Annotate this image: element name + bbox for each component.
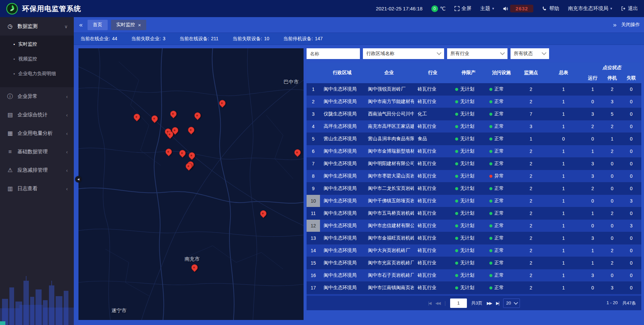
- table-row[interactable]: 13阆中生态环境局阆中市金福旺页岩机砖砖瓦行业无计划正常21300: [307, 232, 641, 245]
- cell-lost: 0: [621, 120, 641, 133]
- table-row[interactable]: 14阆中生态环境局阆中大兴页岩机砖厂砖瓦行业无计划正常21120: [307, 245, 641, 257]
- sidebar-item-log-view[interactable]: ▥日志查看‹: [0, 179, 74, 198]
- cell-stopped: 2: [603, 120, 621, 133]
- status-select[interactable]: 所有状态: [511, 48, 549, 59]
- sidebar-item-enterprise-statistics[interactable]: ▤企业综合统计‹: [0, 106, 74, 124]
- table-row[interactable]: 11阆中生态环境局阆中市五马桥页岩机砖砖瓦行业无计划正常21120: [307, 207, 641, 220]
- cell-lost: 3: [621, 195, 641, 207]
- table-row[interactable]: 17阆中生态环境局阆中市江南镇阆南页岩砖瓦行业无计划正常21030: [307, 282, 641, 294]
- cell-industry: 砖瓦行业: [414, 158, 451, 170]
- row-index: 8: [307, 170, 320, 182]
- organization-dropdown[interactable]: 南充市生态环境局 ▾: [568, 5, 612, 12]
- cell-production-limit: 无计划: [451, 170, 486, 182]
- chevron-left-icon: ‹: [66, 94, 68, 99]
- sidebar-item-label: 应急减排管理: [17, 167, 66, 173]
- organization-label: 南充市生态环境局: [568, 5, 608, 12]
- header-total-meters: 总表: [545, 62, 582, 83]
- prev-page-button[interactable]: ◀◀: [435, 301, 440, 306]
- table-row[interactable]: 3仪陇生态环境局西南油气田分公司川中化工无计划正常71350: [307, 108, 641, 120]
- map-collapse-button[interactable]: ◀: [75, 176, 82, 182]
- sidebar-subitem-video-monitoring[interactable]: •视频监控: [0, 52, 74, 66]
- stat-value: 44: [112, 36, 117, 42]
- cell-production-limit: 无计划: [451, 257, 486, 269]
- row-index: 6: [307, 145, 320, 158]
- table-row[interactable]: 4高坪生态环境局南充市高坪区王家店建砖瓦行业无计划正常31220: [307, 120, 641, 133]
- chevron-left-icon: ‹: [66, 131, 68, 136]
- cell-stopped: 2: [603, 83, 621, 96]
- cell-stopped: 0: [603, 158, 621, 170]
- pagination-bar: |◀ ◀◀ | 共3页 ▶▶ ▶| 20: [307, 296, 641, 310]
- cell-company: 阆中市江南镇阆南页岩: [364, 282, 414, 294]
- cell-stopped: 3: [603, 96, 621, 108]
- header-point-status-group: 点位状态: [582, 62, 641, 73]
- right-panel: 行政区域名称 所有行业 所有状态: [307, 48, 641, 310]
- name-search-input[interactable]: [307, 48, 360, 59]
- cell-running: 2: [582, 120, 603, 133]
- table-row[interactable]: 2阆中生态环境局阆中市南方节能建材有砖瓦行业无计划正常21030: [307, 96, 641, 108]
- fullscreen-button[interactable]: 全屏: [454, 5, 472, 12]
- plan-status-dot-icon: [455, 125, 458, 128]
- plan-status-dot-icon: [455, 100, 458, 103]
- table-row[interactable]: 8阆中生态环境局阆中市枣碧大梁山页岩砖瓦行业无计划异常21300: [307, 170, 641, 182]
- sidebar-item-emergency-reduction[interactable]: ⚠应急减排管理‹: [0, 161, 74, 179]
- cell-running: 0: [582, 96, 603, 108]
- row-index: 17: [307, 282, 320, 294]
- table-row[interactable]: 7阆中生态环境局阆中明阳建材有限公司砖瓦行业无计划正常21300: [307, 158, 641, 170]
- bullet-icon: •: [13, 71, 15, 76]
- close-operations-button[interactable]: 关闭操作: [621, 22, 640, 28]
- table-row[interactable]: 9阆中生态环境局阆中市二龙长宝页岩砖砖瓦行业无计划正常21200: [307, 182, 641, 195]
- row-index: 12: [307, 220, 320, 232]
- cell-bureau: 阆中生态环境局: [320, 245, 364, 257]
- region-select[interactable]: 行政区域名称: [363, 48, 444, 59]
- last-page-button[interactable]: ▶|: [496, 301, 499, 306]
- cell-total-meters: 1: [545, 108, 582, 120]
- table-row[interactable]: 6阆中生态环境局阆中市金博瑞新型墙材砖瓦行业无计划正常21120: [307, 145, 641, 158]
- speaker-icon: [503, 6, 508, 11]
- sidebar-item-basic-data-management[interactable]: ≡基础数据管理‹: [0, 143, 74, 161]
- cell-lost: 0: [621, 170, 641, 182]
- help-button[interactable]: 帮助: [542, 5, 559, 12]
- row-index: 9: [307, 182, 320, 195]
- table-row[interactable]: 15阆中生态环境局阆中市光富页岩机砖厂砖瓦行业无计划正常21120: [307, 257, 641, 269]
- cell-pollution-facility: 正常: [486, 257, 517, 269]
- map-panel[interactable]: ◀ 巴中市南充市遂宁市: [78, 48, 304, 320]
- cell-total-meters: 1: [545, 232, 582, 245]
- cell-company: 阆中市光富页岩机砖厂: [364, 257, 414, 269]
- tab-home[interactable]: 首页: [88, 20, 108, 30]
- cell-company: 阆中市枣碧大梁山页岩: [364, 170, 414, 182]
- plan-status-dot-icon: [455, 187, 458, 190]
- first-page-button[interactable]: |◀: [428, 301, 431, 306]
- tabs-scroll-right-button[interactable]: »: [611, 21, 618, 29]
- tab-realtime-monitoring[interactable]: 实时监控 ×: [111, 20, 147, 30]
- cell-running: 0: [582, 133, 603, 145]
- stat-offline-enterprises: 当前失联企业: 3: [131, 36, 165, 42]
- cell-production-limit: 无计划: [451, 220, 486, 232]
- table-row[interactable]: 1阆中生态环境局阆中强锐页岩砖厂砖瓦行业无计划正常21120: [307, 83, 641, 96]
- table-row[interactable]: 10阆中生态环境局阆中千佛镇五郎垭页岩砖瓦行业无计划正常21003: [307, 195, 641, 207]
- table-row[interactable]: 16阆中生态环境局阆中市石子页岩机砖厂砖瓦行业无计划正常21300: [307, 269, 641, 282]
- logout-button[interactable]: 退出: [621, 5, 638, 12]
- header-industry: 行业: [414, 62, 451, 83]
- cell-total-meters: 1: [545, 96, 582, 108]
- page-size-select[interactable]: 20: [503, 299, 520, 308]
- cell-industry: 砖瓦行业: [414, 195, 451, 207]
- page-number-input[interactable]: [450, 299, 467, 308]
- tabs-scroll-left-button[interactable]: «: [78, 21, 84, 29]
- tab-close-icon[interactable]: ×: [138, 22, 141, 28]
- theme-dropdown[interactable]: 主题 ▾: [480, 5, 494, 12]
- stat-online-enterprises: 当前在线企业: 44: [80, 36, 117, 42]
- cell-monitor-points: 2: [517, 269, 545, 282]
- alert-indicator[interactable]: 2632: [503, 5, 533, 12]
- sidebar-item-enterprise-abnormal[interactable]: ⓘ企业异常‹: [0, 87, 74, 106]
- table-row[interactable]: 12阆中生态环境局阆中市忠信建材有限公砖瓦行业无计划正常21003: [307, 220, 641, 232]
- sidebar-subitem-realtime-monitoring[interactable]: •实时监控: [0, 37, 74, 52]
- sidebar-item-data-monitoring[interactable]: ◷数据监测∨: [0, 17, 74, 36]
- next-page-button[interactable]: ▶▶: [487, 301, 491, 306]
- decor-corner: [0, 321, 5, 325]
- table-row[interactable]: 5营山生态环境局营山县润丰肉食品有限食品无计划正常10010: [307, 133, 641, 145]
- cell-pollution-facility: 正常: [486, 232, 517, 245]
- sidebar-subitem-enterprise-power-load-detail[interactable]: •企业电力负荷明细: [0, 66, 74, 81]
- sidebar-item-enterprise-power-analysis[interactable]: ▦企业用电量分析‹: [0, 124, 74, 143]
- plan-status-dot-icon: [455, 138, 458, 141]
- industry-select[interactable]: 所有行业: [447, 48, 507, 59]
